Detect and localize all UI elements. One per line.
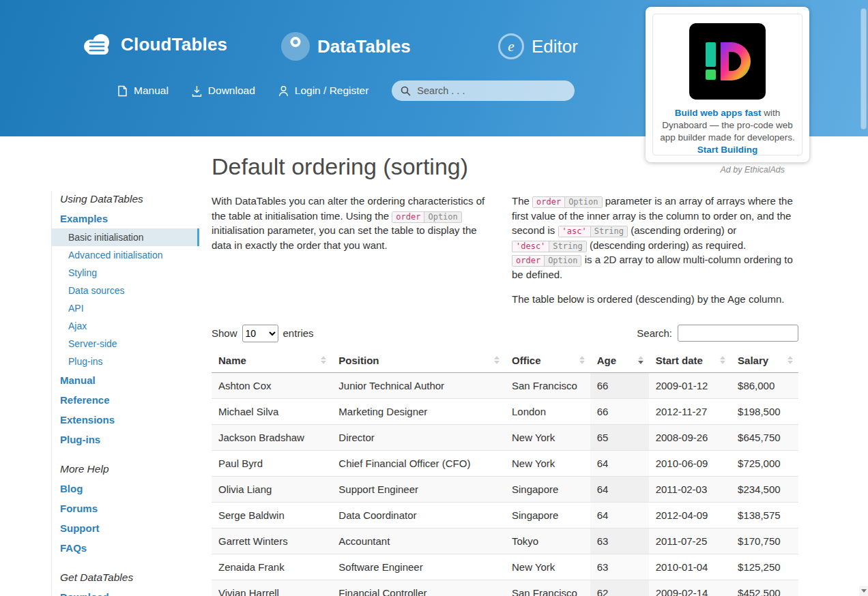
cloudtables-label: CloudTables [121,34,227,55]
code-tag-asc[interactable]: 'asc'String [558,226,628,237]
code-tag-type: Option [424,212,461,222]
sidebar-item-examples[interactable]: Examples [52,209,199,228]
ad-link-build-web-apps[interactable]: Build web apps fast [675,108,762,118]
sidebar-item-blog[interactable]: Blog [52,479,199,498]
table-search-input[interactable] [678,325,798,342]
cell-salary: $86,000 [731,372,798,398]
cell-office: San Francisco [505,372,590,398]
sidebar-item-plug-ins[interactable]: Plug-ins [52,430,199,449]
code-tag-order[interactable]: orderOption [532,196,602,208]
chevron-down-icon [861,589,867,593]
data-table: NamePositionOfficeAgeStart dateSalary As… [212,348,798,596]
dynaboard-logo [689,23,766,100]
code-tag-order[interactable]: orderOption [392,211,461,223]
table-row[interactable]: Vivian HarrellFinancial ControllerSan Fr… [212,580,798,596]
column-label: Position [338,355,379,366]
sort-asc-icon [638,356,643,359]
column-header-name[interactable]: Name [212,348,332,373]
cell-age: 63 [590,554,649,580]
nav-download-label: Download [208,85,255,97]
cell-position: Accountant [332,528,505,554]
cell-position: Support Engineer [332,476,505,502]
table-row[interactable]: Olivia LiangSupport EngineerSingapore642… [212,476,798,502]
table-row[interactable]: Jackson BradshawDirectorNew York652008-0… [212,424,798,450]
cell-start-date: 2010-06-09 [649,450,731,476]
sidebar-item-advanced-initialisation[interactable]: Advanced initialisation [52,246,199,264]
code-tag-type: String [549,241,585,252]
sidebar-item-download[interactable]: Download [52,587,199,596]
scrollbar[interactable] [859,0,868,596]
sidebar-item-api[interactable]: API [52,299,199,317]
table-row[interactable]: Zenaida FrankSoftware EngineerNew York63… [212,554,798,580]
cell-start-date: 2011-07-25 [649,528,731,554]
cell-salary: $138,575 [731,502,798,528]
download-icon [192,85,202,97]
sort-desc-icon [494,361,500,364]
manual-file-icon [117,85,128,97]
sidebar-item-plug-ins[interactable]: Plug-ins [52,353,199,370]
column-header-position[interactable]: Position [332,348,505,373]
sort-desc-icon [787,361,793,364]
cell-age: 64 [590,476,649,502]
show-label: Show [212,327,237,339]
column-label: Start date [656,355,703,366]
sidebar-item-support[interactable]: Support [52,518,199,538]
page-length-select[interactable]: 10 [242,325,278,342]
code-tag-desc[interactable]: 'desc'String [512,241,587,252]
table-order-note: The table below is ordered (descending) … [512,292,798,307]
table-row[interactable]: Garrett WintersAccountantTokyo632011-07-… [212,528,798,554]
column-header-office[interactable]: Office [505,348,590,373]
column-header-start-date[interactable]: Start date [649,348,731,373]
editor-logo[interactable]: e Editor [498,33,578,59]
cell-start-date: 2009-01-12 [649,372,731,398]
table-row[interactable]: Serge BaldwinData CoordinatorSingapore64… [212,502,798,528]
sidebar-item-forums[interactable]: Forums [52,498,199,518]
table-body: Ashton CoxJunior Technical AuthorSan Fra… [212,372,798,596]
table-row[interactable]: Paul ByrdChief Financial Officer (CFO)Ne… [212,450,798,476]
header-search-input[interactable] [417,85,566,96]
sort-asc-icon [321,356,326,359]
cell-name: Ashton Cox [212,372,332,398]
code-tag-order[interactable]: orderOption [512,255,581,267]
cell-start-date: 2010-01-04 [649,554,731,580]
table-row[interactable]: Michael SilvaMarketing DesignerLondon662… [212,398,798,424]
header-search[interactable] [392,80,575,101]
sort-icons [494,356,500,364]
sort-asc-icon [720,356,725,359]
cloudtables-logo[interactable]: CloudTables [81,32,227,57]
ad-card: Build web apps fast with Dynaboard — the… [646,7,809,162]
sidebar-item-manual[interactable]: Manual [52,370,199,390]
sidebar-item-data-sources[interactable]: Data sources [52,282,199,299]
page-title: Default ordering (sorting) [212,153,798,180]
sidebar-item-server-side[interactable]: Server-side [52,335,199,353]
intro-text-segment: initialisation parameter, you can set th… [212,224,477,251]
intro-left-column: With DataTables you can alter the orderi… [212,194,498,307]
sidebar-item-ajax[interactable]: Ajax [52,317,199,335]
nav-download[interactable]: Download [192,85,255,97]
nav-login-register[interactable]: Login / Register [278,85,369,97]
column-header-age[interactable]: Age [590,348,649,373]
cell-office: Singapore [505,502,590,528]
sidebar-item-reference[interactable]: Reference [52,390,199,410]
sidebar-item-styling[interactable]: Styling [52,264,199,282]
nav-manual-label: Manual [134,85,169,97]
datatables-logo[interactable]: DataTables [281,32,411,61]
sidebar-item-basic-initialisation[interactable]: Basic initialisation [52,228,199,246]
scrollbar-down-button[interactable] [859,586,868,596]
scrollbar-thumb[interactable] [860,8,867,130]
sort-asc-icon [579,356,585,359]
cell-start-date: 2008-09-26 [649,424,731,450]
code-tag-name: 'asc' [559,226,590,237]
sidebar-heading-get-datatables: Get DataTables [52,569,199,587]
cell-office: New York [505,554,590,580]
sidebar-item-faqs[interactable]: FAQs [52,538,199,558]
cell-salary: $198,500 [731,398,798,424]
column-header-salary[interactable]: Salary [731,348,798,373]
cell-office: Tokyo [505,528,590,554]
intro-text-segment: The [512,195,532,207]
table-row[interactable]: Ashton CoxJunior Technical AuthorSan Fra… [212,372,798,398]
nav-manual[interactable]: Manual [117,85,169,97]
sidebar-item-extensions[interactable]: Extensions [52,410,199,430]
sidebar-nav: Using DataTablesExamplesBasic initialisa… [51,191,199,596]
cell-name: Paul Byrd [212,450,332,476]
